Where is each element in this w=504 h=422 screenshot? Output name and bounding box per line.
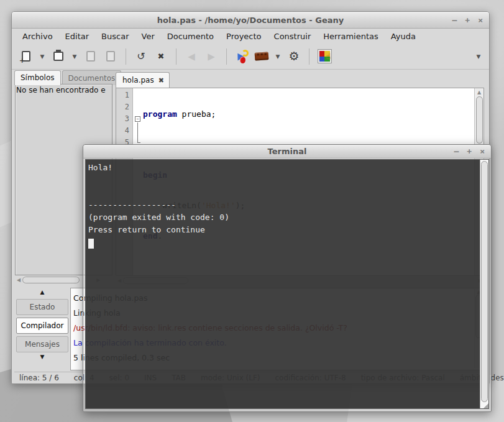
build-brick-icon [255, 52, 269, 61]
terminal-line [88, 174, 480, 186]
minimize-button[interactable]: – [454, 147, 459, 155]
terminal-line: (program exited with code: 0) [88, 211, 480, 224]
hand-pointer-icon: ☝ [326, 52, 331, 61]
new-file-icon [22, 51, 30, 62]
fold-corner [137, 142, 140, 143]
toolbar-separator [176, 48, 176, 65]
revert-icon: ↺ [137, 52, 145, 62]
toolbar-separator [309, 48, 309, 65]
menu-construir[interactable]: Construir [268, 30, 317, 43]
tab-documentos[interactable]: Documentos [62, 70, 122, 85]
forward-icon: ▶ [208, 51, 215, 62]
tab-mensajes[interactable]: Mensajes [16, 336, 68, 352]
close-document-icon: ✖ [158, 52, 165, 60]
panel-tabs: ▲ Estado Compilador Mensajes ▼ [14, 288, 70, 370]
new-file-button[interactable] [18, 48, 34, 65]
geany-window-title: hola.pas - /home/yo/Documentos - Geany [12, 16, 489, 25]
terminal-line: Hola! [88, 162, 480, 174]
resize-grip-icon[interactable] [483, 403, 488, 408]
save-all-button[interactable] [103, 48, 119, 65]
fold-collapse-icon[interactable]: – [135, 116, 140, 122]
editor-tab-strip: hola.pas ✖ [116, 70, 484, 88]
terminal-window-title: Terminal [83, 147, 491, 156]
fold-line [137, 122, 138, 142]
scroll-left-icon[interactable]: ◀ [15, 277, 22, 283]
maximize-button[interactable]: + [467, 147, 472, 155]
menu-archivo[interactable]: Archivo [17, 30, 58, 43]
terminal-window: Terminal – + × Hola! ------------------ … [83, 144, 492, 412]
menu-buscar[interactable]: Buscar [96, 30, 134, 43]
minimize-button[interactable]: – [452, 16, 457, 24]
save-button[interactable] [83, 48, 99, 65]
revert-button[interactable]: ↺ [133, 48, 149, 65]
menubar: Archivo Editar Buscar Ver Documento Proy… [12, 29, 489, 44]
scrollbar-thumb[interactable] [476, 96, 483, 144]
terminal-scrollbar[interactable] [480, 160, 488, 408]
color-chooser-button[interactable]: ☝ [316, 48, 332, 65]
menu-documento[interactable]: Documento [162, 30, 219, 43]
panel-tabs-scroll-up-icon[interactable]: ▲ [40, 289, 45, 298]
gear-icon: ⚙ [288, 50, 299, 62]
save-icon [86, 51, 95, 62]
tab-label: hola.pas [122, 76, 154, 85]
open-file-button[interactable] [50, 48, 66, 65]
toolbar-overflow-dropdown[interactable]: ▼ [474, 53, 483, 60]
navigate-forward-button[interactable]: ▶ [203, 48, 219, 65]
new-file-dropdown[interactable]: ▼ [38, 53, 47, 60]
menu-proyecto[interactable]: Proyecto [221, 30, 267, 43]
close-button[interactable]: × [478, 16, 483, 24]
tab-estado[interactable]: Estado [16, 299, 68, 315]
compile-button[interactable] [234, 48, 250, 65]
close-button[interactable]: × [480, 147, 485, 155]
tab-simbolos[interactable]: Símbolos [14, 70, 61, 85]
code-line: program prueba; [143, 108, 483, 120]
terminal-frame: Hola! ------------------ (program exited… [85, 159, 489, 409]
scrollbar-thumb[interactable] [481, 161, 488, 402]
menu-ver[interactable]: Ver [136, 30, 160, 43]
sidebar-tabs: Símbolos Documentos [14, 70, 121, 85]
build-button[interactable] [254, 48, 270, 65]
open-file-icon [53, 52, 63, 61]
scroll-up-icon[interactable]: ▲ [477, 88, 481, 96]
color-chooser-icon: ☝ [318, 50, 331, 63]
toolbar: ▼ ▼ ↺ ✖ ◀ ▶ ▼ ⚙ ☝ ▼ [12, 44, 489, 70]
terminal-output[interactable]: Hola! ------------------ (program exited… [86, 160, 480, 408]
save-all-icon [106, 51, 115, 62]
terminal-line: Press return to continue [88, 224, 480, 236]
terminal-line [88, 186, 480, 199]
tab-compilador[interactable]: Compilador [16, 318, 68, 334]
panel-tabs-scroll-down-icon[interactable]: ▼ [40, 354, 45, 362]
compile-icon [235, 50, 249, 63]
terminal-cursor [88, 239, 94, 249]
geany-titlebar[interactable]: hola.pas - /home/yo/Documentos - Geany –… [12, 12, 489, 29]
menu-herramientas[interactable]: Herramientas [318, 30, 384, 43]
maximize-button[interactable]: + [465, 16, 470, 24]
toolbar-separator [126, 48, 126, 65]
scrollbar-thumb[interactable] [22, 277, 80, 283]
build-dropdown[interactable]: ▼ [273, 53, 282, 60]
tab-close-icon[interactable]: ✖ [158, 76, 164, 85]
terminal-line: ------------------ [88, 199, 480, 211]
menu-ayuda[interactable]: Ayuda [385, 30, 421, 43]
execute-button[interactable]: ⚙ [286, 48, 302, 65]
tab-hola-pas[interactable]: hola.pas ✖ [116, 72, 170, 88]
open-file-dropdown[interactable]: ▼ [70, 53, 79, 60]
navigate-back-button[interactable]: ◀ [183, 48, 199, 65]
status-line: línea: 5 / 6 [17, 374, 66, 382]
menu-editar[interactable]: Editar [60, 30, 95, 43]
close-document-button[interactable]: ✖ [153, 48, 169, 65]
terminal-titlebar[interactable]: Terminal – + × [83, 145, 491, 158]
toolbar-separator [226, 48, 227, 65]
back-icon: ◀ [188, 51, 195, 62]
